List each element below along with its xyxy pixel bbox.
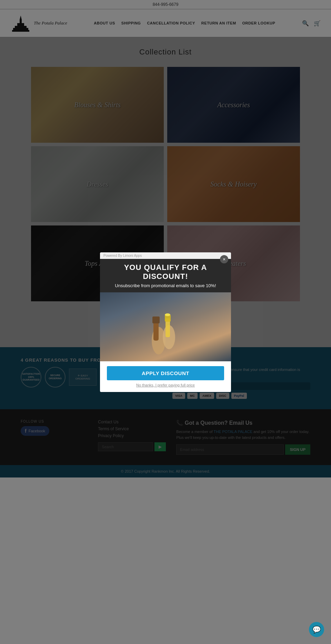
- svg-rect-12: [152, 316, 160, 323]
- apply-discount-button[interactable]: APPLY DISCOUNT: [107, 366, 224, 380]
- popup-image: [100, 292, 231, 361]
- popup-close-button[interactable]: ×: [220, 255, 228, 263]
- overlay: Powered By Limoni Apps × YOU QUALIFY FOR…: [0, 0, 331, 477]
- popup-title: YOU QUALIFY FOR A DISCOUNT!: [124, 263, 207, 281]
- svg-point-16: [165, 313, 170, 316]
- popup-header: YOU QUALIFY FOR A DISCOUNT!: [100, 259, 231, 283]
- powered-by-label: Powered By Limoni Apps: [103, 254, 142, 258]
- popup-subtext: Unsubscribe from promotional emails to s…: [100, 283, 231, 292]
- popup-actions: APPLY DISCOUNT No thanks, I prefer payin…: [100, 361, 231, 392]
- no-thanks-link[interactable]: No thanks, I prefer paying full price: [107, 383, 224, 387]
- popup: Powered By Limoni Apps × YOU QUALIFY FOR…: [100, 252, 231, 392]
- popup-subtext-label: Unsubscribe from promotional emails to s…: [115, 283, 216, 288]
- popup-powered-by: Powered By Limoni Apps: [100, 252, 231, 259]
- close-icon: ×: [223, 256, 225, 262]
- popup-image-graphic: [134, 296, 197, 358]
